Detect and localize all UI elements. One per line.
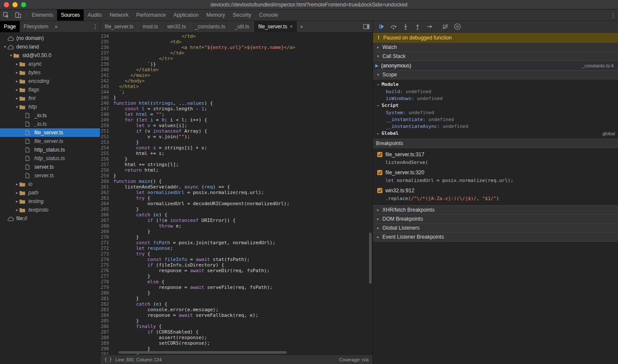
device-toolbar-icon[interactable]: [12, 9, 24, 21]
step-out-icon[interactable]: [412, 21, 424, 33]
tree-item-http-status-ts[interactable]: http_status.ts: [0, 154, 100, 163]
close-window-button[interactable]: [4, 2, 9, 7]
line-number[interactable]: 258: [100, 167, 113, 173]
line-number[interactable]: 237: [100, 50, 113, 56]
panel-tab-performance[interactable]: Performance: [132, 9, 170, 21]
line-number[interactable]: 242: [100, 78, 113, 84]
line-number[interactable]: 234: [100, 33, 113, 39]
line-number[interactable]: 240: [100, 67, 113, 73]
line-number[interactable]: 277: [100, 273, 113, 279]
section-scope[interactable]: ▾ Scope: [373, 70, 618, 79]
chevron-down-icon[interactable]: ▾: [15, 105, 19, 109]
line-number[interactable]: 255: [100, 151, 113, 156]
section-call-stack[interactable]: ▾ Call Stack: [373, 52, 618, 61]
line-number[interactable]: 266: [100, 212, 113, 218]
line-number[interactable]: 272: [100, 246, 113, 251]
line-number[interactable]: 261: [100, 184, 113, 190]
line-number[interactable]: 260: [100, 179, 113, 184]
tree-item-path[interactable]: ▸path: [0, 188, 100, 197]
line-number[interactable]: 250: [100, 123, 113, 128]
line-number[interactable]: 243: [100, 84, 113, 89]
panel-tab-network[interactable]: Network: [106, 9, 132, 21]
deactivate-breakpoints-icon[interactable]: [439, 21, 451, 33]
horizontal-scrollbar-thumb[interactable]: [118, 351, 287, 354]
minimize-window-button[interactable]: [12, 2, 18, 7]
editor-tab-win32-ts[interactable]: win32.ts: [163, 21, 191, 32]
line-number[interactable]: 241: [100, 73, 113, 78]
scope-property[interactable]: System: undefined: [373, 109, 618, 116]
editor-tab-overflow-chevron[interactable]: »: [297, 21, 306, 32]
resume-icon[interactable]: [376, 21, 388, 33]
scope-property[interactable]: build: undefined: [373, 88, 618, 95]
line-number[interactable]: 278: [100, 279, 113, 285]
line-number[interactable]: 245: [100, 95, 113, 100]
line-number[interactable]: 279: [100, 285, 113, 290]
panel-tab-application[interactable]: Application: [170, 9, 203, 21]
tree-item-server-ts[interactable]: server.ts: [0, 171, 100, 180]
tree-item-encoding[interactable]: ▸encoding: [0, 77, 100, 85]
scope-group-module[interactable]: ▾Module: [373, 81, 618, 88]
line-number[interactable]: 275: [100, 262, 113, 268]
tree-item-http[interactable]: ▾http: [0, 103, 100, 111]
panel-tab-security[interactable]: Security: [229, 9, 255, 21]
chevron-right-icon[interactable]: ▸: [15, 182, 19, 186]
scope-group-script[interactable]: ▾Script: [373, 102, 618, 109]
line-number[interactable]: 268: [100, 223, 113, 229]
breakpoint-item[interactable]: file_server.ts:317listenAndServe(: [373, 149, 618, 167]
tree-item-deno-land[interactable]: ▾deno.land: [0, 42, 100, 51]
line-number[interactable]: 246: [100, 100, 113, 106]
tree-item-io-ts[interactable]: _io.ts: [0, 120, 100, 128]
line-number[interactable]: 238: [100, 56, 113, 61]
chevron-right-icon[interactable]: ▸: [15, 70, 19, 75]
line-number[interactable]: 248: [100, 112, 113, 117]
scope-property[interactable]: isWindows: undefined: [373, 95, 618, 102]
section-breakpoints[interactable]: Breakpoints: [373, 139, 618, 148]
navigator-tab-filesystem[interactable]: Filesystem: [20, 21, 52, 32]
chevron-right-icon[interactable]: ▸: [15, 208, 19, 212]
panel-tab-console[interactable]: Console: [255, 9, 282, 21]
line-number[interactable]: 281: [100, 296, 113, 301]
editor-tab-mod-ts[interactable]: mod.ts: [138, 21, 163, 32]
section-dom-breakpoints[interactable]: ▸DOM Breakpoints: [373, 214, 618, 224]
navigator-menu-kebab-icon[interactable]: ⋮: [91, 21, 100, 32]
call-stack-frame[interactable]: (anonymous)_constants.ts:4: [373, 61, 618, 70]
scope-property[interactable]: __instantiate: undefined: [373, 116, 618, 123]
inspect-element-icon[interactable]: [0, 9, 12, 21]
section-event-listener-breakpoints[interactable]: ▸Event Listener Breakpoints: [373, 232, 618, 242]
tree-item-io-ts[interactable]: _io.ts: [0, 111, 100, 120]
tree-item-fmt[interactable]: ▸fmt: [0, 94, 100, 103]
line-number[interactable]: 252: [100, 134, 113, 140]
step-icon[interactable]: [424, 21, 436, 33]
horizontal-scrollbar[interactable]: [113, 350, 368, 355]
chevron-right-icon[interactable]: ▸: [15, 62, 19, 66]
line-number[interactable]: 235: [100, 39, 113, 45]
tree-item-file[interactable]: file://: [0, 214, 100, 223]
tree-item-flags[interactable]: ▸flags: [0, 85, 100, 94]
line-number[interactable]: 282: [100, 301, 113, 307]
line-number[interactable]: 290: [100, 346, 113, 352]
tree-item-no-domain[interactable]: (no domain): [0, 34, 100, 42]
breakpoint-checkbox-checked[interactable]: [377, 188, 382, 193]
line-number[interactable]: 256: [100, 156, 113, 162]
line-number[interactable]: 236: [100, 45, 113, 50]
line-number[interactable]: 273: [100, 251, 113, 257]
code-editor[interactable]: 234 </td>235 <td>236 <a href="${entry.ur…: [100, 33, 373, 355]
close-tab-icon[interactable]: ×: [290, 24, 293, 30]
chevron-right-icon[interactable]: ▸: [15, 191, 19, 195]
line-number[interactable]: 247: [100, 106, 113, 112]
line-number[interactable]: 284: [100, 312, 113, 318]
line-number[interactable]: 259: [100, 173, 113, 179]
navigator-tab-overflow-chevron[interactable]: »: [52, 21, 60, 32]
line-number[interactable]: 244: [100, 89, 113, 95]
pretty-print-icon[interactable]: { }: [104, 357, 112, 362]
tree-item-bytes[interactable]: ▸bytes: [0, 68, 100, 77]
line-number[interactable]: 271: [100, 240, 113, 246]
editor-tab-file-server-ts[interactable]: file_server.ts×: [254, 21, 297, 32]
chevron-right-icon[interactable]: ▸: [15, 96, 19, 100]
step-into-icon[interactable]: [400, 21, 412, 33]
panel-tab-audits[interactable]: Audits: [84, 9, 106, 21]
tree-item-file-server-ts[interactable]: file_server.ts: [0, 137, 100, 146]
line-number[interactable]: 267: [100, 218, 113, 223]
editor-tab-util-ts[interactable]: _util.ts: [230, 21, 254, 32]
vertical-scrollbar-thumb[interactable]: [369, 233, 372, 283]
